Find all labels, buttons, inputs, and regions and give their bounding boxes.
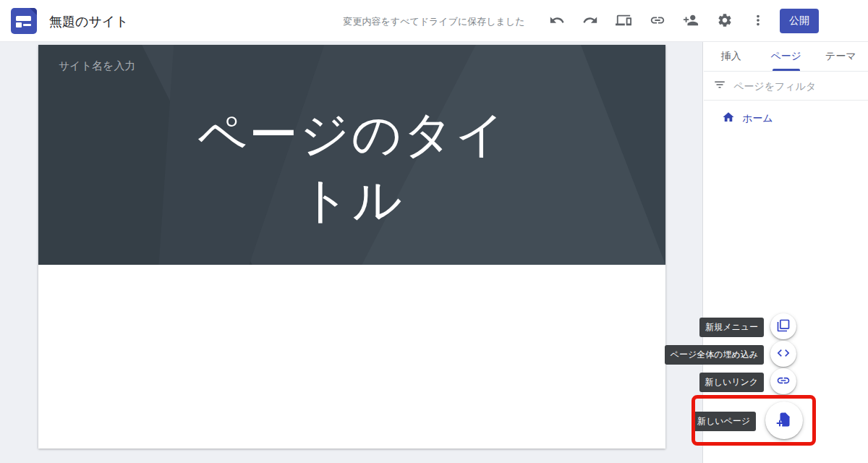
settings-button[interactable] <box>710 7 739 35</box>
page-title-line1: ページのタイ <box>38 101 665 167</box>
tab-pages-label: ページ <box>770 50 801 63</box>
undo-button[interactable] <box>542 7 571 35</box>
tooltip-embed: ページ全体の埋め込み <box>665 345 764 365</box>
sidebar-item-home[interactable]: ホーム <box>704 105 868 132</box>
page-filter-row <box>704 72 868 101</box>
link-icon <box>650 12 665 30</box>
google-sites-logo[interactable] <box>11 8 37 34</box>
page-filter-input[interactable] <box>733 80 864 92</box>
banner-section[interactable]: サイト名を入力 ページのタイ トル <box>38 45 665 265</box>
logo-square <box>16 22 22 27</box>
more-button[interactable] <box>744 7 773 35</box>
copy-link-button[interactable] <box>643 7 672 35</box>
logo-small-bar <box>23 24 31 26</box>
devices-preview-icon <box>616 12 631 30</box>
sidebar-tabs: 挿入 ページ テーマ <box>704 42 868 72</box>
link-icon <box>776 373 791 390</box>
logo-fold <box>30 8 37 15</box>
home-label: ホーム <box>742 112 773 125</box>
header: 無題のサイト 変更内容をすべてドライブに保存しました 公開 <box>0 0 868 42</box>
gear-icon <box>717 12 733 30</box>
page-canvas[interactable]: サイト名を入力 ページのタイ トル <box>38 45 665 449</box>
tooltip-new-menu: 新規メニュー <box>699 318 764 337</box>
site-name-field[interactable]: サイト名を入力 <box>59 59 135 73</box>
fab-full-page-embed[interactable] <box>770 341 796 367</box>
page-title-line2: トル <box>38 167 665 233</box>
logo-bar <box>16 16 31 21</box>
right-sidebar: 挿入 ページ テーマ ホーム <box>704 42 868 463</box>
tooltip-new-page: 新しいページ <box>692 412 756 431</box>
redo-button[interactable] <box>576 7 605 35</box>
publish-button[interactable]: 公開 <box>780 9 819 33</box>
new-page-icon <box>775 411 793 430</box>
active-tab-underline <box>773 69 800 71</box>
page-title[interactable]: ページのタイ トル <box>38 101 665 233</box>
undo-icon <box>549 12 565 30</box>
preview-button[interactable] <box>609 7 638 35</box>
save-status-text: 変更内容をすべてドライブに保存しました <box>344 15 525 28</box>
editor-workspace: サイト名を入力 ページのタイ トル <box>0 42 703 463</box>
fab-new-menu[interactable] <box>770 313 796 339</box>
google-sites-editor: 無題のサイト 変更内容をすべてドライブに保存しました 公開 <box>0 0 868 463</box>
person-add-icon <box>683 12 699 30</box>
fab-new-link[interactable] <box>770 368 796 394</box>
home-icon <box>722 111 735 127</box>
share-button[interactable] <box>676 7 705 35</box>
fab-new-page[interactable] <box>765 402 803 439</box>
tab-insert[interactable]: 挿入 <box>704 42 759 71</box>
tab-pages[interactable]: ページ <box>759 42 814 71</box>
copy-pages-icon <box>776 318 791 335</box>
code-icon <box>776 346 791 362</box>
tab-themes[interactable]: テーマ <box>813 42 868 71</box>
more-vert-icon <box>750 12 766 30</box>
redo-icon <box>582 12 598 30</box>
filter-list-icon <box>713 78 726 94</box>
site-title[interactable]: 無題のサイト <box>49 13 129 30</box>
tooltip-new-link: 新しいリンク <box>699 373 764 392</box>
